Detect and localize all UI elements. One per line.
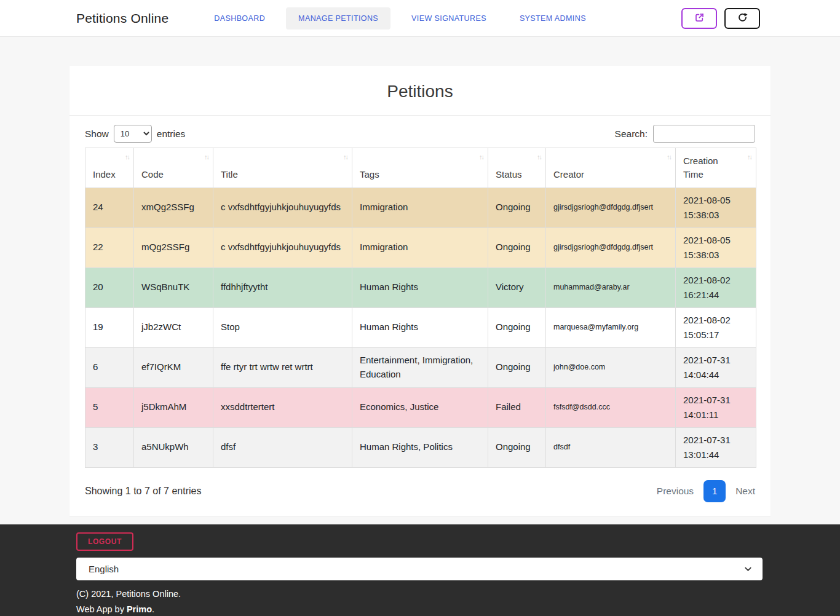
cell-creator: marquesa@myfamily.org — [546, 307, 676, 347]
open-external-button[interactable] — [681, 8, 717, 29]
col-header-creation-time[interactable]: Creation Time ↑↓ — [676, 148, 756, 188]
sort-icon: ↑↓ — [479, 153, 483, 160]
sort-icon: ↑↓ — [747, 153, 751, 160]
col-header-tags[interactable]: Tags ↑↓ — [352, 148, 488, 188]
cell-code: ef7IQrKM — [134, 347, 213, 387]
cell-creator: muhammad@araby.ar — [546, 267, 676, 307]
col-header-code[interactable]: Code ↑↓ — [134, 148, 213, 188]
cell-code: mQg2SSFg — [134, 227, 213, 267]
sort-icon: ↑↓ — [125, 153, 129, 160]
cell-status: Ongoing — [488, 307, 546, 347]
pagination-previous[interactable]: Previous — [657, 486, 694, 497]
search-label: Search: — [615, 128, 648, 140]
credit-name: Primo — [127, 604, 152, 614]
created-time: 16:21:44 — [683, 288, 748, 302]
cell-code: jJb2zWCt — [134, 307, 213, 347]
entries-label: entries — [157, 128, 186, 140]
cell-status: Failed — [488, 387, 546, 427]
cell-code: j5DkmAhM — [134, 387, 213, 427]
table-footer: Showing 1 to 7 of 7 entries Previous 1 N… — [85, 480, 755, 502]
cell-tags: Human Rights — [352, 267, 488, 307]
title-divider — [69, 115, 771, 116]
cell-status: Ongoing — [488, 347, 546, 387]
logout-button[interactable]: LOGOUT — [76, 532, 133, 551]
created-time: 13:01:44 — [683, 448, 748, 462]
petitions-table: Index ↑↓ Code ↑↓ Title ↑↓ Tags — [85, 148, 756, 468]
col-header-title[interactable]: Title ↑↓ — [213, 148, 352, 188]
cell-title: c vxfsdhtfgyjuhkjouhuyugyfds — [213, 227, 352, 267]
cell-title: ffe rtyr trt wrtw ret wrtrt — [213, 347, 352, 387]
created-date: 2021-07-31 — [683, 353, 748, 368]
cell-tags: Entertainment, Immigration, Education — [352, 347, 488, 387]
cell-index: 5 — [85, 387, 134, 427]
credit-line: Web App by Primo. — [76, 602, 763, 616]
nav-item-system-admins[interactable]: SYSTEM ADMINS — [507, 7, 598, 30]
cell-creator: dfsdf — [546, 427, 676, 467]
cell-creator: gjirsdjgsriogh@dfdgdg.dfjsert — [546, 188, 676, 227]
cell-code: a5NUkpWh — [134, 427, 213, 467]
cell-title: xxsddtrtertert — [213, 387, 352, 427]
table-header: Index ↑↓ Code ↑↓ Title ↑↓ Tags — [85, 148, 756, 188]
cell-creation-time: 2021-07-31 14:01:11 — [676, 387, 756, 427]
cell-tags: Economics, Justice — [352, 387, 488, 427]
nav-item-view-signatures[interactable]: VIEW SIGNATURES — [399, 7, 499, 30]
cell-creation-time: 2021-07-31 14:04:44 — [676, 347, 756, 387]
cell-status: Ongoing — [488, 227, 546, 267]
cell-creator: fsfsdf@dsdd.ccc — [546, 387, 676, 427]
page-footer: LOGOUT English (C) 2021, Petitions Onlin… — [0, 524, 840, 616]
entries-summary: Showing 1 to 7 of 7 entries — [85, 486, 201, 497]
table-row: 6 ef7IQrKM ffe rtyr trt wrtw ret wrtrt E… — [85, 347, 756, 387]
table-row: 20 WSqBnuTK ffdhhjftyytht Human Rights V… — [85, 267, 756, 307]
sort-icon: ↑↓ — [204, 153, 208, 160]
cell-tags: Immigration — [352, 227, 488, 267]
col-header-creator[interactable]: Creator ↑↓ — [546, 148, 676, 188]
cell-index: 3 — [85, 427, 134, 467]
search-input[interactable] — [653, 125, 755, 143]
col-header-index[interactable]: Index ↑↓ — [85, 148, 134, 188]
page-size-select[interactable]: 10 — [114, 125, 152, 143]
main-nav: DASHBOARD MANAGE PETITIONS VIEW SIGNATUR… — [202, 7, 598, 30]
sort-icon: ↑↓ — [667, 153, 671, 160]
cell-status: Ongoing — [488, 188, 546, 227]
col-header-status[interactable]: Status ↑↓ — [488, 148, 546, 188]
cell-creation-time: 2021-08-05 15:38:03 — [676, 188, 756, 227]
sort-icon: ↑↓ — [343, 153, 347, 160]
table-row: 3 a5NUkpWh dfsf Human Rights, Politics O… — [85, 427, 756, 467]
cell-creation-time: 2021-08-05 15:38:03 — [676, 227, 756, 267]
created-time: 14:01:11 — [683, 408, 748, 422]
show-label: Show — [85, 128, 109, 140]
footer-text: (C) 2021, Petitions Online. Web App by P… — [76, 586, 763, 616]
nav-item-dashboard[interactable]: DASHBOARD — [202, 7, 277, 30]
table-controls: Show 10 entries Search: — [85, 125, 755, 143]
cell-tags: Immigration — [352, 188, 488, 227]
cell-creation-time: 2021-08-02 15:05:17 — [676, 307, 756, 347]
refresh-icon — [737, 12, 748, 25]
search-control: Search: — [615, 125, 755, 143]
app-brand: Petitions Online — [76, 11, 168, 26]
cell-index: 22 — [85, 227, 134, 267]
created-date: 2021-08-02 — [683, 273, 748, 288]
language-select[interactable]: English — [76, 558, 763, 580]
created-date: 2021-07-31 — [683, 433, 748, 448]
cell-title: ffdhhjftyytht — [213, 267, 352, 307]
refresh-button[interactable] — [724, 8, 760, 29]
table-row: 5 j5DkmAhM xxsddtrtertert Economics, Jus… — [85, 387, 756, 427]
cell-creation-time: 2021-07-31 13:01:44 — [676, 427, 756, 467]
created-time: 15:38:03 — [683, 208, 748, 223]
created-date: 2021-07-31 — [683, 393, 748, 408]
nav-item-manage-petitions[interactable]: MANAGE PETITIONS — [286, 7, 390, 30]
created-time: 15:38:03 — [683, 248, 748, 263]
pagination-page-1[interactable]: 1 — [703, 480, 726, 502]
pagination-next[interactable]: Next — [735, 486, 755, 497]
cell-title: dfsf — [213, 427, 352, 467]
cell-status: Victory — [488, 267, 546, 307]
cell-tags: Human Rights, Politics — [352, 427, 488, 467]
cell-creation-time: 2021-08-02 16:21:44 — [676, 267, 756, 307]
topbar-actions — [681, 8, 760, 29]
cell-creator: john@doe.com — [546, 347, 676, 387]
petitions-table-body: 24 xmQg2SSFg c vxfsdhtfgyjuhkjouhuyugyfd… — [85, 188, 756, 467]
page: Petitions Online DASHBOARD MANAGE PETITI… — [0, 0, 840, 616]
page-title: Petitions — [69, 66, 771, 115]
pagination: Previous 1 Next — [657, 480, 755, 502]
table-row: 19 jJb2zWCt Stop Human Rights Ongoing ma… — [85, 307, 756, 347]
